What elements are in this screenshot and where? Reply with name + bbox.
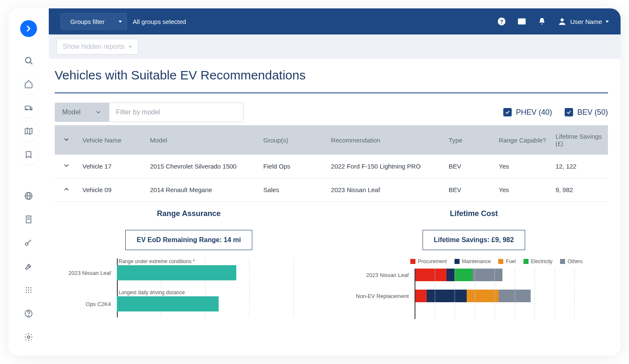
svg-point-19 [26, 290, 27, 291]
cell-model: 2015 Chevrolet Silverado 1500 [146, 155, 259, 178]
bell-icon[interactable] [537, 17, 547, 26]
phev-checkbox[interactable]: PHEV (40) [503, 108, 552, 117]
bookmark-icon[interactable] [18, 145, 39, 165]
check-icon [565, 108, 573, 116]
hidden-reports-label: Show hidden reports [63, 43, 124, 50]
model-filter-input[interactable] [109, 103, 244, 122]
help-icon[interactable] [18, 303, 39, 324]
phev-label: PHEV (40) [516, 108, 552, 117]
range-bar [117, 296, 219, 311]
cell-group: Sales [259, 178, 327, 202]
chevron-down-icon[interactable] [63, 136, 70, 143]
range-kpi: EV EoD Remaining Range: 14 mi [125, 230, 252, 250]
mail-icon[interactable] [517, 17, 526, 26]
cost-segment [415, 269, 447, 281]
svg-marker-5 [25, 128, 32, 135]
cost-kpi: Lifetime Savings: £9, 982 [423, 230, 525, 250]
page-title: Vehicles with Suitable EV Recommendation… [55, 68, 608, 93]
lifetime-cost-title: Lifetime Cost [450, 209, 498, 218]
cell-savings: 12, 122 [551, 155, 608, 178]
swatch-procurement [410, 259, 415, 264]
chevron-down-icon[interactable] [114, 13, 127, 29]
svg-point-18 [30, 287, 32, 288]
receipt-icon[interactable] [18, 209, 39, 229]
svg-line-1 [30, 62, 32, 64]
row-detail: Range Assurance EV EoD Remaining Range: … [55, 202, 608, 319]
cell-group: Field Ops [259, 155, 327, 178]
lifetime-cost-panel: Lifetime Cost Lifetime Savings: £9, 982 … [340, 209, 608, 319]
svg-line-15 [28, 240, 31, 243]
home-icon[interactable] [18, 74, 39, 94]
chart-category: Non-EV Replacement [340, 293, 415, 299]
range-assurance-panel: Range Assurance EV EoD Remaining Range: … [55, 209, 323, 319]
cell-recommendation: 2023 Nissan Leaf [327, 178, 444, 202]
user-name: User Name [570, 18, 602, 25]
th-type: Type [444, 125, 494, 155]
svg-point-23 [28, 292, 29, 293]
bev-checkbox[interactable]: BEV (50) [565, 108, 608, 117]
model-filter-dropdown[interactable]: Model [55, 103, 109, 122]
cost-chart: 2023 Nissan LeafNon-EV Replacement [340, 269, 608, 319]
swatch-maintenance [455, 259, 460, 264]
svg-point-16 [26, 287, 27, 288]
bar-caption: Range under extreme conditions * [119, 258, 195, 264]
cell-savings: 9, 982 [551, 178, 608, 202]
cell-recommendation: 2022 Ford F-150 Lightning PRO [327, 155, 444, 178]
help-circle-icon[interactable]: ? [497, 17, 506, 26]
model-filter-label: Model [62, 108, 81, 116]
user-icon [558, 17, 567, 26]
svg-point-20 [28, 290, 29, 291]
diagnostics-icon[interactable] [18, 233, 39, 253]
cost-segment [467, 290, 499, 302]
svg-point-21 [30, 290, 32, 291]
grid-icon[interactable] [18, 280, 39, 300]
cost-segment [455, 269, 473, 281]
range-bar [117, 265, 236, 280]
cell-range: Yes [494, 155, 551, 178]
cell-vehicle-name: Vehicle 09 [78, 178, 146, 202]
svg-point-22 [26, 292, 27, 293]
th-vehicle-name: Vehicle Name [78, 125, 146, 155]
table-row[interactable]: Vehicle 172015 Chevrolet Silverado 1500F… [55, 155, 608, 178]
chevron-down-icon [605, 21, 609, 23]
cell-type: BEV [444, 155, 494, 178]
cost-segment [447, 269, 455, 281]
show-hidden-reports-button[interactable]: Show hidden reports [56, 39, 138, 55]
user-menu[interactable]: User Name [558, 17, 609, 26]
sidebar [8, 8, 49, 356]
check-icon [503, 108, 512, 116]
svg-point-26 [28, 315, 29, 316]
groups-filter-dropdown[interactable]: Groups filter [61, 13, 127, 30]
search-icon[interactable] [18, 50, 39, 71]
chevron-down-icon [95, 109, 102, 116]
bar-caption: Longest daily driving distance [119, 290, 185, 295]
th-recommendation: Recommendation [327, 125, 444, 155]
cost-segment [427, 290, 467, 302]
globe-icon[interactable] [18, 186, 39, 206]
chevron-down-icon[interactable] [63, 162, 70, 169]
table-row[interactable]: Vehicle 092014 Renault MeganeSales2023 N… [55, 178, 608, 202]
vehicles-icon[interactable] [18, 98, 39, 118]
groups-filter-label: Groups filter [61, 18, 114, 25]
svg-point-24 [30, 292, 32, 293]
th-model: Model [146, 125, 259, 155]
cell-model: 2014 Renault Megane [146, 178, 259, 202]
th-range: Range Capable? [494, 125, 551, 155]
cost-segment [415, 290, 427, 302]
svg-rect-14 [25, 243, 29, 246]
chart-category: Ops C2K4 [55, 301, 117, 307]
map-icon[interactable] [18, 121, 39, 141]
cost-legend: Procurement Maintenance Fuel Electricity… [410, 258, 608, 264]
th-savings: Lifetime Savings (£) [551, 125, 608, 155]
wrench-icon[interactable] [18, 256, 39, 277]
swatch-fuel [498, 259, 503, 264]
svg-point-27 [27, 336, 30, 338]
svg-point-17 [28, 287, 29, 288]
chevron-up-icon[interactable] [63, 186, 70, 193]
expand-sidebar-button[interactable] [20, 20, 37, 37]
chevron-down-icon [129, 46, 132, 48]
range-chart: 2023 Nissan LeafRange under extreme cond… [55, 258, 323, 317]
svg-point-31 [560, 18, 563, 21]
settings-icon[interactable] [18, 327, 39, 347]
sub-header: Show hidden reports [49, 34, 621, 59]
